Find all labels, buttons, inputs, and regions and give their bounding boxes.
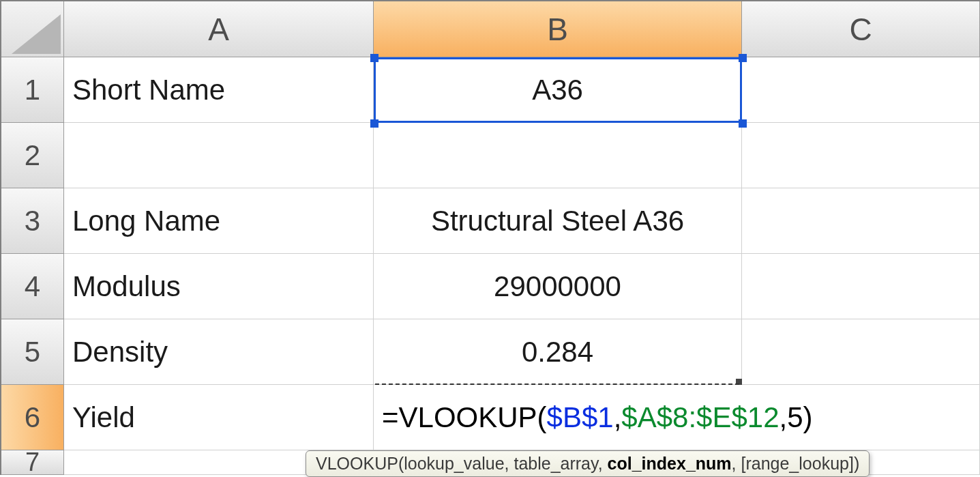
function-tooltip: VLOOKUP(lookup_value, table_array, col_i… [306,450,870,477]
cell-C2[interactable] [742,123,980,188]
col-header-B[interactable]: B [374,1,742,57]
tooltip-c1: , [505,454,514,473]
row-3: 3 Long Name Structural Steel A36 [1,188,980,254]
tooltip-p1[interactable]: lookup_value [404,454,504,473]
col-header-A[interactable]: A [64,1,374,57]
selection-handle-br[interactable] [739,119,747,128]
cell-B1[interactable]: A36 [374,57,742,123]
row-2: 2 [1,123,980,188]
row-header-1[interactable]: 1 [1,57,64,123]
cell-B5[interactable]: 0.284 [374,319,742,385]
row-1: 1 Short Name A36 [1,57,980,123]
cell-A2[interactable] [64,123,374,188]
formula-sep1: , [614,401,622,433]
tooltip-fn: VLOOKUP [316,454,398,473]
row-header-2[interactable]: 2 [1,123,64,188]
col-header-C[interactable]: C [742,1,980,57]
cell-A1[interactable]: Short Name [64,57,374,123]
spreadsheet-grid: A B C 1 Short Name A36 2 3 Long Name Str… [0,0,980,475]
row-4: 4 Modulus 29000000 [1,254,980,319]
row-header-5[interactable]: 5 [1,319,64,385]
cell-A5[interactable]: Density [64,319,374,385]
tooltip-p4[interactable]: [range_lookup] [741,454,853,473]
select-all-corner[interactable] [1,1,64,57]
formula-prefix: =VLOOKUP( [382,401,547,433]
formula-arg1: $B$1 [547,401,614,433]
cell-B5-value: 0.284 [522,336,593,368]
tooltip-c3: , [732,454,741,473]
tooltip-close: ) [854,454,859,473]
cell-C4[interactable] [742,254,980,319]
selection-handle-tr[interactable] [739,54,747,62]
formula-suffix: ) [803,401,813,433]
column-header-row: A B C [1,1,980,57]
cell-B6[interactable]: =VLOOKUP($B$1,$A$8:$E$12,5) [374,385,742,450]
tooltip-p3[interactable]: col_index_num [608,454,732,473]
tooltip-p2[interactable]: table_array [514,454,597,473]
cell-B2[interactable] [374,123,742,188]
row-5: 5 Density 0.284 [1,319,980,385]
tooltip-open: ( [398,454,404,473]
cell-C3[interactable] [742,188,980,254]
row-header-6[interactable]: 6 [1,385,64,450]
cell-C5[interactable] [742,319,980,385]
cell-B4[interactable]: 29000000 [374,254,742,319]
row-header-3[interactable]: 3 [1,188,64,254]
formula-sep2: , [779,401,788,433]
row-header-7[interactable]: 7 [1,450,64,475]
cell-B3[interactable]: Structural Steel A36 [374,188,742,254]
cell-A6[interactable]: Yield [64,385,374,450]
formula-edit-text[interactable]: =VLOOKUP($B$1,$A$8:$E$12,5) [382,401,813,434]
cell-A4[interactable]: Modulus [64,254,374,319]
cell-C1[interactable] [742,57,980,123]
selection-handle-bl[interactable] [370,119,378,128]
row-6: 6 Yield =VLOOKUP($B$1,$A$8:$E$12,5) [1,385,980,450]
tooltip-c2: , [598,454,608,473]
selection-handle-tl[interactable] [370,54,378,62]
cell-A3[interactable]: Long Name [64,188,374,254]
row-header-4[interactable]: 4 [1,254,64,319]
formula-arg3: 5 [787,401,803,433]
formula-arg2: $A$8:$E$12 [621,401,779,433]
